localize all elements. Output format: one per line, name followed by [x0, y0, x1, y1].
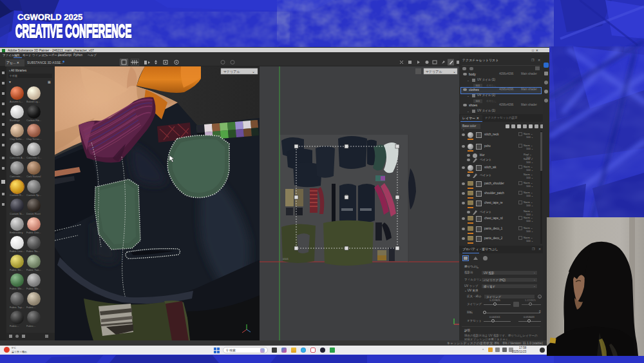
svg-text:0101: 0101: [283, 257, 289, 260]
svg-text:マテリアル: マテリアル: [223, 70, 240, 74]
svg-text:マテリアル: マテリアル: [426, 70, 442, 74]
svg-text:⌄: ⌄: [453, 70, 456, 74]
svg-text:⌄: ⌄: [252, 70, 255, 74]
